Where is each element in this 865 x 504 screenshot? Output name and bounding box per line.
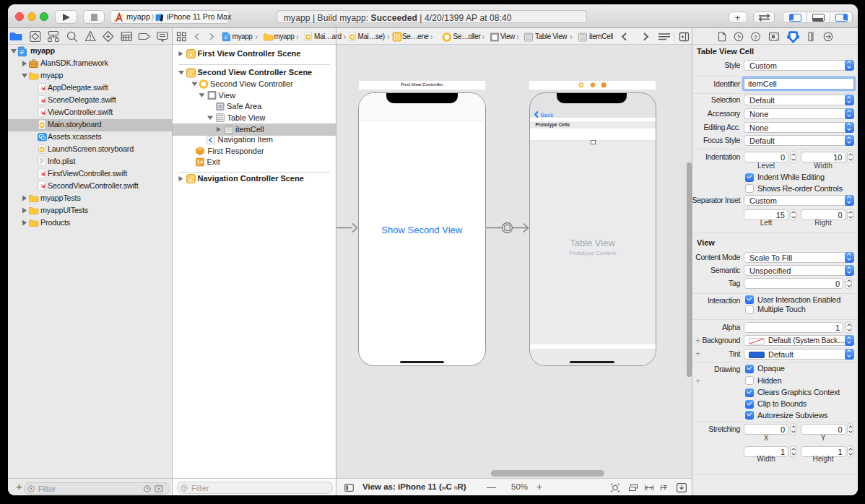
svg-text:Back: Back	[540, 112, 554, 118]
svg-text:?: ?	[754, 34, 757, 40]
